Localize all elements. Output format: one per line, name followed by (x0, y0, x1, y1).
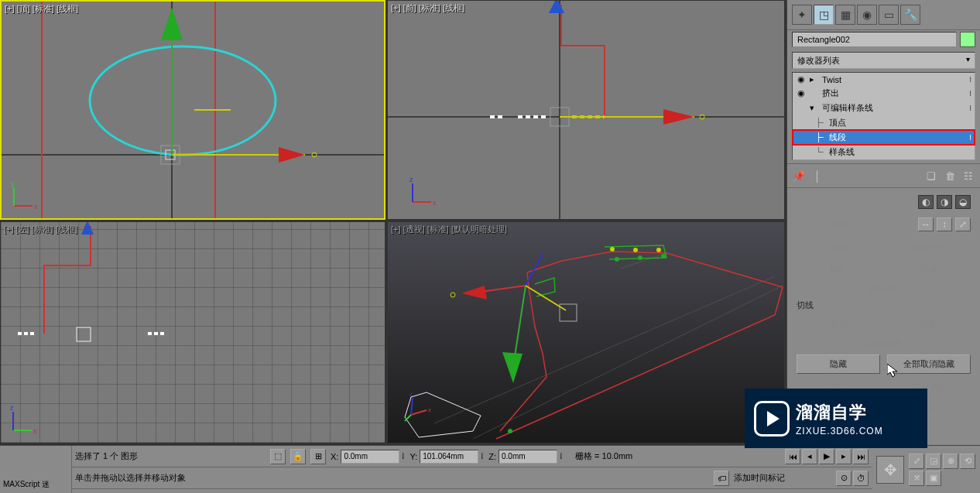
hierarchy-tab-icon[interactable]: ▦ (835, 5, 855, 25)
stack-subitem-segment[interactable]: ├╴ 线段 ⁞ (793, 130, 975, 145)
viewport-top[interactable]: [+] [顶] [标准] [线框] y x (0, 0, 385, 220)
axis-gizmo-top: y x (9, 180, 40, 211)
abs-rel-icon[interactable]: ⊞ (310, 449, 326, 464)
svg-text:y: y (11, 180, 15, 187)
lock-icon[interactable]: 🔒 (290, 449, 306, 464)
stack-subitem-spline[interactable]: └╴ 样条线 (793, 145, 975, 159)
viewport-label-left[interactable]: [+] [左] [标准] [线框] (4, 224, 77, 235)
selection-lock-icon[interactable]: ⬚ (270, 449, 286, 464)
stack-subitem-vertex[interactable]: ├╴ 顶点 (793, 115, 975, 130)
motion-tab-icon[interactable]: ◉ (857, 5, 877, 25)
mirror-d-icon[interactable]: ◒ (955, 195, 971, 209)
maxscript-label[interactable]: MAXScript 迷 (0, 476, 71, 493)
tool-icon[interactable]: ↕ (937, 217, 952, 231)
play-badge-icon (754, 401, 790, 437)
x-input[interactable] (341, 450, 399, 464)
nav-icon[interactable]: ⊕ (943, 454, 958, 469)
stack-options-icon[interactable]: ⁞ (969, 89, 971, 98)
svg-marker-31 (81, 222, 94, 235)
svg-text:z: z (409, 176, 413, 183)
spinner-icon[interactable]: ⁞ (481, 451, 484, 461)
axis-gizmo-persp: z x (403, 392, 434, 423)
viewport-label-persp[interactable]: [+] [透视] [标准] [默认明暗处理] (391, 224, 507, 235)
spinner-icon[interactable]: ⁞ (560, 451, 563, 461)
modify-tab-icon[interactable]: ◳ (814, 5, 834, 25)
key-mode-icon[interactable]: ⊙ (836, 471, 852, 486)
delete-icon[interactable]: 🗑 (943, 169, 957, 183)
nav-icon[interactable]: ▣ (926, 471, 941, 486)
mirror-v-icon[interactable]: ◑ (937, 195, 952, 209)
svg-marker-25 (663, 109, 694, 125)
prev-frame-icon[interactable]: ◂ (802, 449, 817, 464)
axis-gizmo-left: z x (9, 404, 39, 435)
viewport-front[interactable]: [+] [前] [标准] [线框] z x (387, 0, 785, 220)
nav-icon[interactable]: ⟲ (960, 454, 975, 469)
mirror-label: 镜像 (797, 216, 880, 234)
svg-point-50 (451, 293, 455, 297)
tool-icon[interactable]: ⤢ (955, 217, 971, 231)
pan-view-icon[interactable]: ✥ (876, 456, 904, 484)
viewport-perspective[interactable]: [+] [透视] [标准] [默认明暗处理] (387, 221, 785, 443)
play-icon[interactable]: ▶ (819, 449, 834, 464)
stack-options-icon[interactable]: ⁞ (969, 133, 971, 142)
modifier-list-dropdown[interactable]: 修改器列表 (792, 52, 975, 69)
expand-icon[interactable]: ▸ (810, 74, 819, 84)
tool-icon[interactable]: ↔ (918, 217, 934, 231)
time-config-icon[interactable]: ⏱ (853, 471, 869, 486)
svg-text:x: x (428, 406, 431, 413)
prompt-text: 单击并拖动以选择并移动对象 (75, 472, 709, 484)
stack-options-icon[interactable]: ⁞ (969, 104, 971, 112)
viewport-left[interactable]: [+] [左] [标准] [线框] z x (0, 221, 385, 443)
tree-icon: ├╴ (816, 118, 826, 128)
stack-item-editable-spline[interactable]: ▾ 可编辑样条线 ⁞ (793, 101, 975, 115)
unhide-all-button[interactable]: 全部取消隐藏 (887, 354, 971, 374)
svg-line-41 (620, 253, 666, 269)
svg-point-56 (508, 429, 512, 433)
create-tab-icon[interactable]: ✦ (792, 5, 812, 25)
show-end-result-icon[interactable]: ❏ (924, 169, 938, 183)
next-frame-icon[interactable]: ▸ (836, 449, 852, 464)
about-pivot-label: 以轴为中心 (887, 238, 971, 256)
stack-item-twist[interactable]: ◉ ▸ Twist ⁞ (793, 73, 975, 86)
stack-tool-icon[interactable]: │ (810, 169, 824, 183)
hide-button[interactable]: 隐藏 (797, 354, 880, 374)
display-tab-icon[interactable]: ▭ (879, 5, 899, 25)
svg-text:x: x (33, 427, 37, 435)
tangent-paste-label: 粘贴 (887, 316, 971, 334)
mouse-cursor-icon (887, 364, 898, 378)
eye-icon[interactable]: ◉ (796, 74, 807, 84)
collapse-icon[interactable]: ▾ (810, 103, 819, 113)
pin-icon[interactable]: 📌 (792, 169, 806, 183)
status-bar: MAXScript 迷 选择了 1 个 图形 ⬚ 🔒 ⊞ X: ⁞ Y: ⁞ Z… (0, 445, 980, 493)
configure-icon[interactable]: ☷ (961, 169, 975, 183)
svg-line-57 (411, 410, 427, 415)
spinner-icon[interactable]: ⁞ (402, 451, 405, 461)
nav-icon[interactable]: ⤢ (909, 454, 924, 469)
eye-icon[interactable]: ◉ (796, 88, 807, 98)
infinite-bounds-label: 无限边界 (793, 281, 974, 297)
extend-label: 延伸 (887, 261, 971, 279)
viewport-label-top[interactable]: [+] [顶] [标准] [线框] (5, 3, 78, 15)
time-tag-icon[interactable]: 🏷 (714, 471, 729, 486)
object-name-input[interactable] (792, 32, 957, 47)
goto-start-icon[interactable]: ⏮ (785, 449, 800, 464)
y-input[interactable] (420, 450, 478, 464)
z-input[interactable] (499, 450, 557, 464)
z-label: Z: (488, 452, 496, 461)
nav-icon[interactable]: ◲ (926, 454, 941, 469)
mirror-h-icon[interactable]: ◐ (918, 195, 934, 209)
utilities-tab-icon[interactable]: 🔧 (900, 5, 920, 25)
svg-marker-11 (161, 8, 183, 40)
stack-sub-label: 样条线 (829, 146, 855, 158)
object-color-swatch[interactable] (960, 32, 975, 47)
nav-icon[interactable]: ⤧ (909, 471, 924, 486)
viewport-label-front[interactable]: [+] [前] [标准] [线框] (391, 2, 464, 14)
stack-item-extrude[interactable]: ◉ 挤出 ⁞ (793, 86, 975, 101)
goto-end-icon[interactable]: ⏭ (853, 449, 869, 464)
tangent-label: 切线 (793, 297, 974, 313)
svg-point-42 (610, 247, 615, 252)
svg-point-44 (656, 248, 661, 252)
axis-gizmo-front: z x (408, 176, 439, 207)
time-tag-label[interactable]: 添加时间标记 (734, 472, 785, 484)
stack-options-icon[interactable]: ⁞ (969, 75, 971, 84)
